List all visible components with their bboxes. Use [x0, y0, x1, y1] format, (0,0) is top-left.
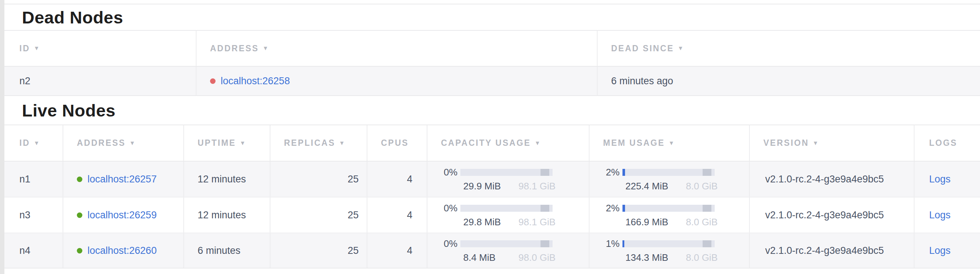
- column-header-cpus: CPUS: [368, 125, 428, 161]
- column-header-uptime[interactable]: UPTIME ▼: [184, 125, 270, 161]
- capacity-bar-marker: [541, 205, 549, 212]
- mem-total-label: 8.0 GiB: [686, 181, 718, 192]
- uptime-value: 6 minutes: [184, 233, 270, 268]
- capacity-used-label: 29.8 MiB: [463, 217, 501, 228]
- mem-bar-fill: [622, 205, 625, 212]
- capacity-usage-cell: 0% 8.4 MiB 98.0 GiB: [428, 233, 590, 268]
- version-value: v2.1.0-rc.2-4-g3e9a4e9bc5: [750, 161, 915, 197]
- column-header-version[interactable]: VERSION ▼: [750, 125, 915, 161]
- cpus-value: 4: [368, 233, 428, 268]
- sort-arrow-icon: ▼: [33, 45, 41, 52]
- live-status-dot: [77, 212, 82, 218]
- live-status-dot: [77, 248, 82, 253]
- replicas-value: 25: [270, 198, 368, 233]
- capacity-bar-marker: [541, 240, 549, 247]
- node-id: n2: [6, 67, 197, 95]
- page-title: Dead Nodes: [22, 7, 123, 27]
- mem-total-label: 8.0 GiB: [686, 252, 718, 263]
- dead-node-row: n2 localhost:26258 6 minutes ago: [5, 67, 980, 96]
- node-address-link[interactable]: localhost:26258: [221, 75, 290, 87]
- node-id: n3: [6, 198, 63, 233]
- capacity-usage-bar: [460, 205, 552, 212]
- mem-usage-cell: 2% 225.4 MiB 8.0 GiB: [590, 161, 750, 197]
- column-header-mem-usage[interactable]: MEM USAGE ▼: [590, 125, 750, 161]
- mem-percent-label: 2%: [590, 167, 622, 178]
- capacity-percent-label: 0%: [428, 167, 460, 178]
- mem-total-label: 8.0 GiB: [686, 217, 718, 228]
- capacity-usage-bar: [460, 169, 552, 176]
- mem-usage-bar: [622, 205, 715, 212]
- nodes-overview-page: Dead Nodes ID ▼ ADDRESS ▼ DEAD SINCE ▼ n…: [5, 0, 980, 274]
- column-header-dead-since[interactable]: DEAD SINCE ▼: [598, 31, 980, 66]
- live-node-row: n1 localhost:26257 12 minutes 25 4 0% 29…: [5, 161, 980, 198]
- mem-percent-label: 2%: [590, 202, 622, 214]
- column-header-logs: LOGS: [915, 125, 980, 161]
- column-header-capacity-usage[interactable]: CAPACITY USAGE ▼: [428, 125, 590, 161]
- mem-used-label: 225.4 MiB: [625, 181, 668, 192]
- dead-nodes-section-title: Dead Nodes: [5, 5, 980, 31]
- node-address-cell: localhost:26260: [63, 233, 184, 268]
- live-node-row: n3 localhost:26259 12 minutes 25 4 0% 29…: [5, 198, 980, 233]
- page-title: Live Nodes: [22, 100, 116, 121]
- mem-used-label: 166.9 MiB: [625, 217, 668, 228]
- uptime-value: 12 minutes: [184, 161, 270, 197]
- capacity-percent-label: 0%: [428, 238, 460, 250]
- mem-usage-cell: 1% 134.3 MiB 8.0 GiB: [590, 233, 750, 268]
- mem-usage-bar: [622, 169, 715, 176]
- sort-arrow-icon: ▼: [129, 140, 136, 147]
- capacity-bar-marker: [541, 169, 549, 176]
- column-header-id[interactable]: ID ▼: [6, 125, 63, 161]
- column-header-id[interactable]: ID ▼: [6, 31, 197, 66]
- sort-arrow-icon: ▼: [535, 140, 542, 147]
- logs-link[interactable]: Logs: [929, 174, 951, 185]
- live-status-dot: [77, 177, 82, 182]
- node-address-cell: localhost:26259: [63, 198, 184, 233]
- logs-link[interactable]: Logs: [929, 210, 951, 221]
- logs-cell: Logs: [915, 233, 980, 268]
- sort-arrow-icon: ▼: [668, 140, 676, 147]
- replicas-value: 25: [270, 161, 368, 197]
- cpus-value: 4: [368, 198, 428, 233]
- logs-link[interactable]: Logs: [929, 245, 951, 256]
- sort-arrow-icon: ▼: [813, 140, 820, 147]
- replicas-value: 25: [270, 233, 368, 268]
- node-address-cell: localhost:26258: [197, 67, 598, 95]
- capacity-usage-cell: 0% 29.9 MiB 98.1 GiB: [428, 161, 590, 197]
- sort-arrow-icon: ▼: [33, 140, 41, 147]
- sort-arrow-icon: ▼: [240, 140, 247, 147]
- logs-cell: Logs: [915, 161, 980, 197]
- capacity-total-label: 98.1 GiB: [519, 217, 555, 228]
- node-address-cell: localhost:26257: [63, 161, 184, 197]
- mem-bar-marker: [703, 205, 711, 212]
- node-address-link[interactable]: localhost:26259: [88, 210, 157, 221]
- mem-bar-marker: [703, 240, 711, 247]
- column-header-address[interactable]: ADDRESS ▼: [63, 125, 184, 161]
- capacity-used-label: 29.9 MiB: [463, 181, 501, 192]
- capacity-usage-cell: 0% 29.8 MiB 98.1 GiB: [428, 198, 590, 233]
- capacity-total-label: 98.0 GiB: [519, 252, 555, 263]
- live-nodes-section-title: Live Nodes: [5, 96, 980, 125]
- mem-bar-fill: [622, 240, 624, 247]
- capacity-total-label: 98.1 GiB: [519, 181, 555, 192]
- sort-arrow-icon: ▼: [678, 45, 685, 52]
- node-id: n4: [6, 233, 63, 268]
- live-nodes-header-row: ID ▼ ADDRESS ▼ UPTIME ▼ REPLICAS ▼ CPUS …: [5, 125, 980, 161]
- mem-usage-bar: [622, 240, 715, 247]
- capacity-percent-label: 0%: [428, 202, 460, 214]
- mem-percent-label: 1%: [590, 238, 622, 250]
- column-header-replicas[interactable]: REPLICAS ▼: [270, 125, 368, 161]
- sort-arrow-icon: ▼: [262, 45, 269, 52]
- version-value: v2.1.0-rc.2-4-g3e9a4e9bc5: [750, 233, 915, 268]
- logs-cell: Logs: [915, 198, 980, 233]
- cpus-value: 4: [368, 161, 428, 197]
- sort-arrow-icon: ▼: [339, 140, 346, 147]
- mem-used-label: 134.3 MiB: [625, 252, 668, 263]
- node-address-link[interactable]: localhost:26257: [88, 174, 157, 185]
- node-address-link[interactable]: localhost:26260: [88, 245, 157, 256]
- dead-since-value: 6 minutes ago: [598, 67, 980, 95]
- capacity-used-label: 8.4 MiB: [463, 252, 495, 263]
- mem-usage-cell: 2% 166.9 MiB 8.0 GiB: [590, 198, 750, 233]
- dead-status-dot: [210, 78, 216, 84]
- column-header-address[interactable]: ADDRESS ▼: [197, 31, 598, 66]
- uptime-value: 12 minutes: [184, 198, 270, 233]
